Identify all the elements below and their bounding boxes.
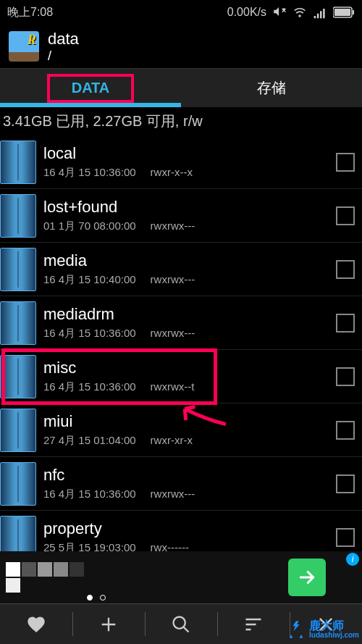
- file-name: property: [43, 519, 336, 538]
- file-name: nfc: [43, 466, 336, 485]
- tab-label: DATA: [72, 80, 110, 96]
- file-date: 16 4月 15 10:36:00: [43, 327, 136, 340]
- watermark: 鹿大师 ludashiwj.com: [286, 619, 359, 640]
- file-checkbox[interactable]: [336, 314, 355, 333]
- folder-icon: [0, 141, 36, 184]
- page-title: data: [48, 30, 79, 49]
- wifi-icon: [292, 5, 307, 20]
- file-checkbox[interactable]: [336, 206, 355, 225]
- ad-pagination: [87, 595, 106, 601]
- folder-icon: [0, 409, 36, 452]
- file-name: local: [43, 144, 336, 163]
- file-checkbox[interactable]: [336, 421, 355, 440]
- file-permissions: rwxrwx---: [151, 327, 195, 340]
- folder-icon: [0, 301, 36, 345]
- file-row[interactable]: mediadrm 16 4月 15 10:36:00 rwxrwx---: [0, 296, 362, 350]
- tab-data[interactable]: DATA: [0, 69, 181, 107]
- app-header: data /: [0, 25, 362, 68]
- tab-label: 存储: [257, 78, 286, 98]
- folder-icon: [0, 194, 36, 238]
- nav-sort[interactable]: [217, 604, 290, 644]
- app-icon[interactable]: [9, 31, 39, 62]
- heart-icon: [26, 614, 46, 635]
- folder-icon: [0, 248, 36, 291]
- file-info: property 25 5月 15 19:03:00 rwx------: [43, 519, 336, 555]
- watermark-url: ludashiwj.com: [309, 632, 359, 639]
- file-date: 16 4月 15 10:36:00: [43, 166, 136, 180]
- file-info: media 16 4月 15 10:40:00 rwxrwx---: [43, 251, 336, 287]
- ad-info-icon[interactable]: i: [346, 553, 359, 566]
- file-date: 16 4月 15 10:36:00: [43, 488, 136, 501]
- file-date: 16 4月 15 10:40:00: [43, 273, 136, 287]
- ad-cta-button[interactable]: [288, 559, 326, 596]
- tabs: DATA 存储: [0, 68, 362, 107]
- status-bar: 晚上7:08 0.00K/s: [0, 0, 362, 25]
- file-permissions: rwxrwx---: [151, 273, 195, 287]
- folder-icon: [0, 462, 36, 506]
- file-list[interactable]: local 16 4月 15 10:36:00 rwxr-x--x lost+f…: [0, 135, 362, 564]
- file-checkbox[interactable]: [336, 367, 355, 386]
- tab-storage[interactable]: 存储: [181, 69, 362, 107]
- ad-content: [6, 562, 93, 593]
- file-checkbox[interactable]: [336, 153, 355, 172]
- file-checkbox[interactable]: [336, 528, 355, 547]
- file-permissions: rwxrwx--t: [151, 380, 195, 394]
- file-row[interactable]: media 16 4月 15 10:40:00 rwxrwx---: [0, 243, 362, 296]
- battery-icon: [333, 7, 355, 18]
- ad-dot: [87, 595, 93, 601]
- file-permissions: rwxrwx---: [151, 219, 195, 233]
- storage-info: 3.41GB 已用, 2.27GB 可用, r/w: [0, 107, 362, 135]
- file-info: nfc 16 4月 15 10:36:00 rwxrwx---: [43, 466, 336, 501]
- file-name: misc: [43, 359, 336, 377]
- file-checkbox[interactable]: [336, 260, 355, 279]
- file-permissions: rwxr-x--x: [151, 166, 193, 180]
- ad-banner[interactable]: i: [0, 551, 362, 603]
- status-time: 晚上7:08: [7, 5, 53, 20]
- file-name: media: [43, 251, 336, 270]
- breadcrumb-path: /: [48, 49, 79, 64]
- file-info: lost+found 01 1月 70 08:00:00 rwxrwx---: [43, 198, 336, 233]
- file-info: local 16 4月 15 10:36:00 rwxr-x--x: [43, 144, 336, 180]
- file-row[interactable]: local 16 4月 15 10:36:00 rwxr-x--x: [0, 135, 362, 189]
- nav-add[interactable]: [72, 604, 145, 644]
- arrow-right-icon: [296, 566, 318, 588]
- nav-favorite[interactable]: [0, 604, 72, 644]
- file-checkbox[interactable]: [336, 474, 355, 493]
- status-icons: 0.00K/s: [227, 5, 355, 20]
- file-info: miui 27 4月 15 01:04:00 rwxr-xr-x: [43, 412, 336, 448]
- file-row[interactable]: nfc 16 4月 15 10:36:00 rwxrwx---: [0, 457, 362, 511]
- file-date: 01 1月 70 08:00:00: [43, 219, 136, 233]
- file-info: mediadrm 16 4月 15 10:36:00 rwxrwx---: [43, 305, 336, 340]
- watermark-name: 鹿大师: [309, 620, 359, 632]
- file-row[interactable]: lost+found 01 1月 70 08:00:00 rwxrwx---: [0, 189, 362, 243]
- svg-rect-1: [334, 9, 350, 16]
- file-date: 27 4月 15 01:04:00: [43, 434, 136, 448]
- file-date: 16 4月 15 10:36:00: [43, 380, 136, 394]
- sort-icon: [243, 614, 264, 635]
- file-row[interactable]: misc 16 4月 15 10:36:00 rwxrwx--t: [0, 350, 362, 403]
- ad-dot: [100, 595, 106, 601]
- file-permissions: rwxr-xr-x: [151, 434, 193, 448]
- file-permissions: rwxrwx---: [151, 488, 195, 501]
- file-name: mediadrm: [43, 305, 336, 324]
- watermark-logo-icon: [286, 619, 306, 640]
- file-name: lost+found: [43, 198, 336, 217]
- search-icon: [171, 614, 191, 635]
- mute-icon: [272, 5, 287, 20]
- svg-point-3: [174, 616, 185, 628]
- file-row[interactable]: miui 27 4月 15 01:04:00 rwxr-xr-x: [0, 403, 362, 457]
- svg-rect-2: [353, 10, 354, 14]
- folder-icon: [0, 355, 36, 398]
- file-info: misc 16 4月 15 10:36:00 rwxrwx--t: [43, 359, 336, 394]
- plus-icon: [98, 614, 119, 635]
- nav-search[interactable]: [145, 604, 217, 644]
- signal-icon: [313, 5, 327, 20]
- network-speed: 0.00K/s: [227, 6, 266, 19]
- file-name: miui: [43, 412, 336, 431]
